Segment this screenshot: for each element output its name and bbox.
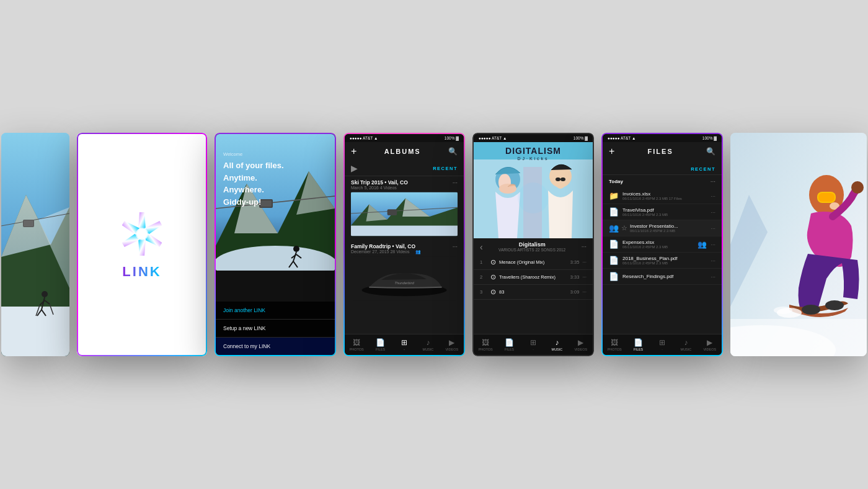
svg-rect-63	[730, 319, 867, 356]
files-header: + FILES 🔍	[603, 142, 722, 161]
file-1-more-button[interactable]: ···	[711, 193, 715, 199]
album-1-title: Ski Trip 2015 • Vail, CO	[351, 179, 408, 186]
svg-rect-4	[1, 307, 69, 356]
link-logo-text: LINK	[122, 264, 161, 280]
welcome-text-area: Welcome All of your files. Anytime. Anyw…	[223, 151, 284, 208]
svg-point-5	[42, 291, 48, 297]
join-link-button[interactable]: Join another LINK	[216, 302, 335, 320]
setup-link-button[interactable]: Setup a new LINK	[216, 320, 335, 338]
files-recent-label: RECENT	[691, 166, 715, 172]
tab-grid[interactable]: ⊞ ·	[392, 337, 416, 352]
file-4-meta: 06/11/1016 2:45PM 2.3 MB	[622, 245, 694, 249]
track-1-time: 3:35	[570, 259, 580, 265]
welcome-buttons-area: Join another LINK Setup a new LINK Conne…	[216, 302, 335, 355]
welcome-label: Welcome	[223, 151, 284, 157]
file-5-meta: 06/11/1016 2:45PM 2.3 MB	[622, 261, 707, 265]
tab-photos-music[interactable]: 🖼 PHOTOS	[474, 337, 497, 352]
album-2-more-button[interactable]: ···	[453, 243, 458, 250]
track-list: 1 ⊙ Menace (Original Mix) 3:35 ··· 2 ⊙ T…	[474, 255, 593, 334]
tab-videos-files[interactable]: ▶ VIDEOS	[698, 337, 722, 352]
right-photo-panel	[730, 133, 867, 356]
tab-photos-files[interactable]: 🖼 PHOTOS	[603, 337, 626, 352]
file-list: 📁 Invoices.xlsx 06/11/1016 2:45PM 2.3 MB…	[603, 188, 722, 334]
file-folder-icon: 📁	[609, 191, 619, 200]
tab-files-music[interactable]: 📄 FILES	[497, 337, 521, 352]
svg-marker-16	[138, 212, 146, 229]
tab-grid-music[interactable]: ⊞ ·	[521, 337, 545, 352]
albums-add-button[interactable]: +	[351, 146, 356, 157]
files-status-bar: ●●●●● AT&T ▲ 100% ▓	[603, 134, 722, 142]
track-item-1[interactable]: 1 ⊙ Menace (Original Mix) 3:35 ···	[474, 255, 593, 270]
album-2-meta: December 27, 2015 28 Videos 👥	[351, 249, 421, 254]
tab-music-active[interactable]: ♪ MUSIC	[545, 337, 569, 352]
albums-search-button[interactable]: 🔍	[448, 147, 458, 156]
files-today-label: Today	[609, 179, 623, 184]
svg-point-69	[802, 305, 820, 315]
music-back-button[interactable]: ‹	[480, 242, 483, 252]
track-2-time: 3:33	[570, 274, 580, 280]
music-tab-bar: 🖼 PHOTOS 📄 FILES ⊞ · ♪ MUSIC ▶ VIDEO	[474, 334, 593, 355]
tab-files-active[interactable]: 📄 FILES	[626, 337, 650, 352]
file-2-meta: 06/11/1016 2:45PM 2.3 MB	[622, 213, 707, 217]
svg-rect-66	[818, 193, 835, 202]
file-6-more-button[interactable]: ···	[711, 274, 715, 280]
file-3-more-button[interactable]: ···	[711, 225, 715, 231]
phone-screen-3: ●●●●● AT&T ▲ 100% ▓ + ALBUMS 🔍 ▶ RECENT	[343, 133, 465, 356]
file-2-name: TravelVisa.pdf	[622, 207, 707, 213]
albums-title: ALBUMS	[384, 148, 421, 155]
tab-photos[interactable]: 🖼 PHOTOS	[345, 337, 368, 352]
file-item-4[interactable]: 📄 Expenses.xlsx 06/11/1016 2:45PM 2.3 MB…	[603, 236, 722, 253]
svg-marker-19	[138, 239, 146, 256]
file-doc-icon-2: 📄	[609, 207, 619, 217]
star-icon: ☆	[621, 224, 627, 232]
svg-point-70	[825, 300, 844, 310]
welcome-headline: All of your files. Anytime. Anywhere. Gi…	[223, 159, 284, 208]
snowboarder-photo	[730, 133, 867, 356]
tab-videos-music[interactable]: ▶ VIDEOS	[569, 337, 593, 352]
album-2-thumbnail: Thunderbird	[351, 256, 458, 301]
albums-tab-bar: 🖼 PHOTOS 📄 FILES ⊞ · ♪ MUSIC	[345, 334, 464, 355]
tab-grid-files[interactable]: ⊞ ·	[650, 337, 674, 352]
file-item-5[interactable]: 📄 2018_Business_Plan.pdf 06/11/1016 2:45…	[603, 253, 722, 269]
file-item-2[interactable]: 📄 TravelVisa.pdf 06/11/1016 2:45PM 2.3 M…	[603, 204, 722, 220]
track-3-time: 3:09	[570, 289, 580, 295]
track-2-name: Travellers (Sharooz Remix)	[499, 274, 567, 280]
file-3-name: Investor Presentatio...	[630, 223, 708, 229]
share-people-icon: 👥	[609, 223, 619, 233]
music-artists-label: VARIOUS ARTISTS 22 SONGS 2012	[498, 248, 565, 252]
track-item-2[interactable]: 2 ⊙ Travellers (Sharooz Remix) 3:33 ···	[474, 270, 593, 285]
phone-screen-5: ●●●●● AT&T ▲ 100% ▓ + FILES 🔍 RECENT Tod…	[601, 133, 723, 356]
music-status-bar: ●●●●● AT&T ▲ 100% ▓	[474, 134, 593, 142]
track-item-3[interactable]: 3 ⊙ 83 3:09 ···	[474, 285, 593, 300]
album-item-1[interactable]: Ski Trip 2015 • Vail, CO March 5, 2016 4…	[345, 176, 464, 240]
link-logo-icon	[117, 209, 167, 259]
files-search-button[interactable]: 🔍	[706, 147, 715, 156]
digitalism-album-art: DIGITALISM DJ·Kicks	[474, 142, 593, 238]
file-item-3[interactable]: 👥 ☆ Investor Presentatio... 06/11/1016 2…	[603, 220, 722, 236]
svg-rect-41	[351, 226, 458, 236]
files-add-button[interactable]: +	[609, 146, 614, 157]
files-today-more[interactable]: ···	[711, 178, 715, 185]
music-more-button[interactable]: ···	[582, 243, 587, 250]
svg-text:DJ·Kicks: DJ·Kicks	[517, 156, 549, 161]
music-info-section: ‹ Digitalism VARIOUS ARTISTS 22 SONGS 20…	[474, 238, 593, 255]
svg-text:DIGITALISM: DIGITALISM	[505, 146, 561, 156]
album-2-title: Family Roadtrip • Vail, CO	[351, 243, 421, 249]
tab-music[interactable]: ♪ MUSIC	[416, 337, 440, 352]
album-item-2[interactable]: Family Roadtrip • Vail, CO December 27, …	[345, 240, 464, 305]
file-5-more-button[interactable]: ···	[711, 258, 715, 264]
file-4-more-button[interactable]: ···	[711, 241, 715, 248]
svg-point-60	[518, 182, 549, 213]
tab-videos[interactable]: ▶ VIDEOS	[440, 337, 464, 352]
album-1-more-button[interactable]: ···	[453, 179, 458, 186]
connect-link-button[interactable]: Connect to my LINK	[216, 338, 335, 355]
file-item-1[interactable]: 📁 Invoices.xlsx 06/11/1016 2:45PM 2.3 MB…	[603, 188, 722, 204]
file-2-more-button[interactable]: ···	[711, 209, 715, 215]
svg-rect-15	[24, 220, 33, 227]
tab-music-files[interactable]: ♪ MUSIC	[674, 337, 698, 352]
svg-text:Thunderbird: Thunderbird	[394, 281, 414, 285]
tab-files[interactable]: 📄 FILES	[368, 337, 392, 352]
file-item-6[interactable]: 📄 Research_Findings.pdf ···	[603, 269, 722, 285]
file-4-name: Expenses.xlsx	[622, 240, 694, 245]
file-3-meta: 06/11/1016 2:45PM 2.3 MB	[630, 229, 708, 233]
